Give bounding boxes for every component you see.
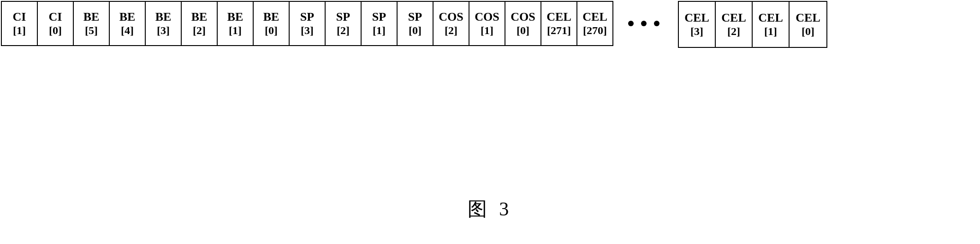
- cell-11: SP[0]: [397, 1, 434, 46]
- cell-label-6: BE: [227, 10, 244, 24]
- cell-7: BE[0]: [253, 1, 290, 46]
- cell-label-12: COS: [439, 10, 463, 24]
- dot-2: [641, 21, 647, 26]
- right-cell-0: CEL[3]: [679, 2, 716, 47]
- right-cell-label-0: CEL: [684, 11, 709, 25]
- right-cell-label-3: CEL: [796, 11, 820, 25]
- cell-label-10: SP: [372, 10, 386, 24]
- cell-3: BE[4]: [109, 1, 146, 46]
- right-cell-index-0: [3]: [690, 25, 703, 38]
- dot-1: [628, 21, 634, 26]
- right-cell-1: CEL[2]: [716, 2, 753, 47]
- cell-label-1: CI: [49, 10, 62, 24]
- header-row: CI[1]CI[0]BE[5]BE[4]BE[3]BE[2]BE[1]BE[0]…: [1, 1, 980, 48]
- cell-index-6: [1]: [229, 24, 242, 37]
- right-cell-2: CEL[1]: [753, 2, 790, 47]
- right-cell-index-2: [1]: [764, 25, 777, 38]
- cell-index-16: [270]: [583, 24, 607, 37]
- cell-index-12: [2]: [445, 24, 457, 37]
- dot-3: [654, 21, 659, 26]
- right-cell-label-1: CEL: [721, 11, 746, 25]
- right-cell-3: CEL[0]: [790, 2, 826, 47]
- cell-12: COS[2]: [433, 1, 469, 46]
- dots-container: [616, 1, 671, 46]
- cell-index-11: [0]: [409, 24, 422, 37]
- cell-index-1: [0]: [49, 24, 62, 37]
- cell-label-11: SP: [408, 10, 422, 24]
- cell-index-9: [2]: [337, 24, 350, 37]
- right-cells-inner: CEL[3]CEL[2]CEL[1]CEL[0]: [679, 2, 826, 47]
- figure-caption: 图 3: [468, 196, 513, 222]
- right-group: CEL[3]CEL[2]CEL[1]CEL[0]: [678, 1, 827, 48]
- cell-index-2: [5]: [85, 24, 98, 37]
- cell-8: SP[3]: [289, 1, 326, 46]
- right-cell-index-1: [2]: [727, 25, 740, 38]
- cell-index-3: [4]: [121, 24, 134, 37]
- cell-label-7: BE: [263, 10, 279, 24]
- cell-index-10: [1]: [373, 24, 386, 37]
- cell-4: BE[3]: [145, 1, 182, 46]
- cell-index-14: [0]: [517, 24, 529, 37]
- cell-6: BE[1]: [217, 1, 254, 46]
- cell-index-4: [3]: [157, 24, 170, 37]
- cell-index-0: [1]: [13, 24, 26, 37]
- right-cell-label-2: CEL: [758, 11, 783, 25]
- cell-label-8: SP: [300, 10, 314, 24]
- cell-14: COS[0]: [505, 1, 541, 46]
- cell-2: BE[5]: [73, 1, 110, 46]
- cell-1: CI[0]: [37, 1, 74, 46]
- cell-index-8: [3]: [301, 24, 314, 37]
- cell-index-13: [1]: [481, 24, 493, 37]
- cell-5: BE[2]: [181, 1, 218, 46]
- cell-index-15: [271]: [547, 24, 571, 37]
- cell-label-0: CI: [13, 10, 26, 24]
- cell-13: COS[1]: [469, 1, 505, 46]
- cell-label-15: CEL: [546, 10, 571, 24]
- cell-16: CEL[270]: [576, 1, 613, 46]
- cell-label-2: BE: [83, 10, 100, 24]
- cell-label-4: BE: [155, 10, 172, 24]
- cell-label-14: COS: [511, 10, 535, 24]
- right-cell-index-3: [0]: [802, 25, 814, 38]
- cell-label-3: BE: [119, 10, 136, 24]
- cell-15: CEL[271]: [540, 1, 577, 46]
- cell-label-5: BE: [191, 10, 208, 24]
- page-container: CI[1]CI[0]BE[5]BE[4]BE[3]BE[2]BE[1]BE[0]…: [0, 1, 980, 244]
- cell-label-9: SP: [336, 10, 350, 24]
- cell-9: SP[2]: [325, 1, 362, 46]
- cell-index-5: [2]: [193, 24, 206, 37]
- cell-10: SP[1]: [361, 1, 398, 46]
- cell-label-16: CEL: [582, 10, 607, 24]
- cell-0: CI[1]: [1, 1, 38, 46]
- cell-index-7: [0]: [265, 24, 278, 37]
- cell-label-13: COS: [475, 10, 499, 24]
